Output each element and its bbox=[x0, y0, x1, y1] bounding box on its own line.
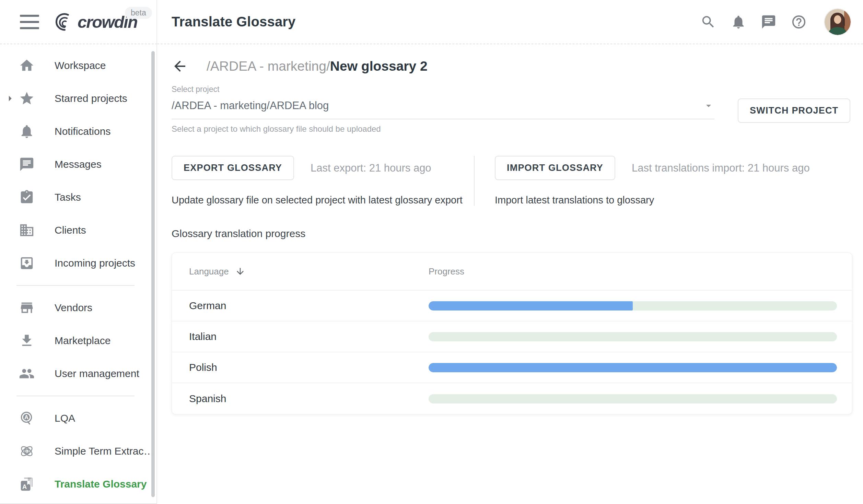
sidebar-item-tasks[interactable]: Tasks bbox=[0, 181, 156, 214]
project-select-value: /ARDEA - marketing/ARDEA blog bbox=[172, 99, 703, 112]
user-avatar[interactable] bbox=[825, 9, 851, 35]
atom-icon: E bbox=[19, 443, 35, 459]
sidebar-item-label: Simple Term Extrac… bbox=[55, 445, 154, 457]
chat-icon bbox=[19, 156, 35, 172]
breadcrumb-current: New glossary 2 bbox=[330, 59, 428, 73]
sidebar-item-label: Marketplace bbox=[55, 335, 110, 347]
progress-bar bbox=[429, 332, 837, 341]
download-icon bbox=[19, 333, 35, 349]
language-cell: Italian bbox=[189, 331, 429, 342]
app: crowdin beta Translate Glossary bbox=[0, 0, 863, 504]
crowdin-logo[interactable]: crowdin bbox=[50, 10, 137, 34]
progress-bar bbox=[429, 301, 837, 310]
brand-bar: crowdin beta bbox=[0, 0, 157, 44]
language-cell: Spanish bbox=[189, 393, 429, 405]
export-glossary-button[interactable]: EXPORT GLOSSARY bbox=[172, 156, 294, 180]
sidebar-item-label: Messages bbox=[55, 159, 102, 170]
bell-icon bbox=[19, 124, 35, 139]
sidebar-divider bbox=[16, 285, 135, 286]
tasks-icon bbox=[19, 189, 35, 205]
project-select[interactable]: /ARDEA - marketing/ARDEA blog bbox=[172, 99, 714, 119]
language-cell: Polish bbox=[189, 362, 429, 373]
breadcrumb-text: /ARDEA - marketing/New glossary 2 bbox=[207, 59, 428, 74]
breadcrumb: /ARDEA - marketing/New glossary 2 bbox=[172, 58, 851, 74]
import-glossary-button[interactable]: IMPORT GLOSSARY bbox=[495, 156, 615, 180]
sidebar-item-translate-glossary[interactable]: ATranslate Glossary bbox=[0, 468, 156, 501]
sidebar-item-workspace[interactable]: Workspace bbox=[0, 49, 156, 82]
progress-section-title: Glossary translation progress bbox=[172, 228, 851, 239]
messages-icon[interactable] bbox=[761, 14, 777, 30]
table-row: Italian bbox=[172, 321, 852, 352]
svg-text:E: E bbox=[25, 449, 28, 454]
language-column-header[interactable]: Language bbox=[189, 266, 429, 277]
import-section: IMPORT GLOSSARY Last translations import… bbox=[474, 156, 851, 206]
table-row: Spanish bbox=[172, 383, 852, 414]
export-section: EXPORT GLOSSARY Last export: 21 hours ag… bbox=[172, 156, 474, 206]
sidebar-item-label: User management bbox=[55, 368, 139, 379]
sidebar-item-lqa[interactable]: ALQA bbox=[0, 402, 156, 435]
select-project-label: Select project bbox=[172, 85, 714, 94]
people-icon bbox=[19, 366, 35, 382]
dropdown-caret-icon bbox=[703, 100, 714, 112]
inbox-icon bbox=[19, 255, 35, 271]
progress-bar bbox=[429, 394, 837, 403]
svg-text:A: A bbox=[22, 483, 27, 490]
help-icon[interactable] bbox=[791, 14, 807, 30]
table-row: German bbox=[172, 291, 852, 321]
lqa-icon: A bbox=[19, 410, 35, 426]
page-title: Translate Glossary bbox=[172, 14, 700, 30]
clients-icon bbox=[19, 222, 35, 238]
sidebar-item-marketplace[interactable]: Marketplace bbox=[0, 324, 156, 357]
breadcrumb-prefix[interactable]: /ARDEA - marketing/ bbox=[207, 59, 330, 73]
sidebar-item-user-management[interactable]: User management bbox=[0, 357, 156, 390]
sidebar-item-starred-projects[interactable]: Starred projects bbox=[0, 82, 156, 115]
sidebar-item-vendors[interactable]: Vendors bbox=[0, 291, 156, 324]
sidebar-item-label: Workspace bbox=[55, 60, 106, 71]
sidebar-item-label: Vendors bbox=[55, 302, 92, 314]
topbar-icons bbox=[700, 9, 851, 35]
beta-badge: beta bbox=[125, 7, 152, 19]
import-status: Last translations import: 21 hours ago bbox=[632, 162, 810, 174]
sidebar-scrollbar[interactable] bbox=[151, 51, 155, 497]
hamburger-menu-icon[interactable] bbox=[20, 15, 39, 29]
back-arrow-icon[interactable] bbox=[172, 58, 188, 74]
export-status: Last export: 21 hours ago bbox=[311, 162, 431, 174]
glossary-actions: EXPORT GLOSSARY Last export: 21 hours ag… bbox=[172, 156, 851, 206]
search-icon[interactable] bbox=[700, 14, 716, 30]
notifications-bell-icon[interactable] bbox=[731, 14, 746, 30]
sidebar-item-label: Starred projects bbox=[55, 93, 127, 104]
sidebar-item-notifications[interactable]: Notifications bbox=[0, 115, 156, 148]
progress-bar-fill bbox=[429, 301, 633, 310]
sidebar-item-simple-term-extrac[interactable]: ESimple Term Extrac… bbox=[0, 435, 156, 468]
sidebar-item-messages[interactable]: Messages bbox=[0, 148, 156, 181]
sidebar-item-label: LQA bbox=[55, 412, 75, 424]
project-select-helper: Select a project to which glossary file … bbox=[172, 124, 714, 134]
translate-icon: A bbox=[19, 476, 35, 492]
expand-caret-icon[interactable] bbox=[3, 92, 16, 105]
sort-descending-icon bbox=[235, 266, 245, 277]
language-cell: German bbox=[189, 300, 429, 312]
sidebar-divider bbox=[16, 396, 135, 396]
export-description: Update glossary file on selected project… bbox=[172, 195, 474, 206]
project-select-block: Select project /ARDEA - marketing/ARDEA … bbox=[172, 85, 714, 134]
sidebar-item-label: Notifications bbox=[55, 126, 110, 137]
progress-table: Language Progress GermanItalianPolishSpa… bbox=[172, 253, 852, 414]
table-row: Polish bbox=[172, 352, 852, 383]
sidebar: WorkspaceStarred projectsNotificationsMe… bbox=[0, 44, 157, 504]
home-icon bbox=[19, 58, 35, 73]
sidebar-item-label: Translate Glossary bbox=[55, 478, 147, 490]
sidebar-item-label: Tasks bbox=[55, 191, 81, 203]
progress-table-body: GermanItalianPolishSpanish bbox=[172, 291, 852, 414]
topbar: Translate Glossary bbox=[157, 0, 863, 44]
sidebar-item-clients[interactable]: Clients bbox=[0, 214, 156, 247]
main-content: /ARDEA - marketing/New glossary 2 Select… bbox=[157, 44, 863, 504]
progress-bar bbox=[429, 363, 837, 372]
sidebar-item-incoming-projects[interactable]: Incoming projects bbox=[0, 247, 156, 280]
sidebar-item-label: Clients bbox=[55, 224, 86, 236]
crowdin-logo-icon bbox=[50, 10, 75, 34]
progress-table-header: Language Progress bbox=[172, 253, 852, 291]
progress-bar-fill bbox=[429, 363, 837, 372]
switch-project-button[interactable]: SWITCH PROJECT bbox=[738, 98, 850, 123]
svg-text:A: A bbox=[24, 414, 28, 420]
store-icon bbox=[19, 300, 35, 316]
